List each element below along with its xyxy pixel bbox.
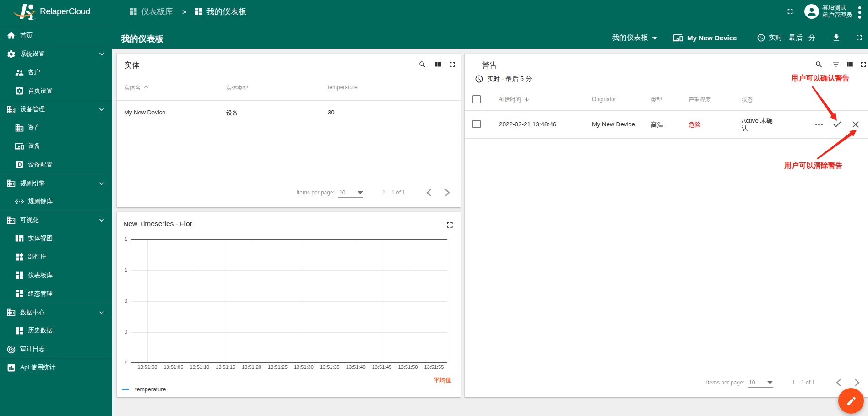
settings-ethernet-icon [15,197,24,206]
domain-icon [15,123,24,133]
chart-legend[interactable]: temperature [122,386,166,393]
breadcrumb: 仪表板库 > 我的仪表板 [129,0,246,23]
y-tick-label: 0 [114,329,127,335]
sidebar: RelaperCloud 首页系统设置客户首页设置设备管理资产设备设备配置规则引… [0,0,112,416]
sidebar-item-label: 仪表板库 [28,271,53,280]
flot-chart [131,239,447,363]
sidebar-item-16[interactable]: 历史数据 [0,321,112,340]
cell-created-time[interactable]: 2022-02-21 13:48:46 [499,121,556,128]
search-icon[interactable] [418,60,427,69]
sidebar-nav: 首页系统设置客户首页设置设备管理资产设备设备配置规则引擎规则链库可视化实体视图部… [0,27,112,378]
sidebar-item-13[interactable]: 仪表板库 [0,266,112,284]
sidebar-item-17[interactable]: 审计日志 [0,340,112,358]
logo[interactable]: RelaperCloud [0,0,112,26]
dashboard-state-select[interactable]: 我的仪表板 [612,32,659,43]
domain-icon [6,216,16,225]
fullscreen-icon[interactable] [859,60,868,69]
pencil-icon [846,395,857,407]
select-all-checkbox[interactable] [472,95,481,103]
alarms-timewindow[interactable]: 实时 - 最后 5 分 [475,75,532,83]
entity-filter-chip[interactable]: My New Device [673,32,737,43]
page-range-label: 1 – 1 of 1 [382,189,405,196]
devices-other-icon [15,141,24,151]
page-size-select[interactable]: 10 [338,188,363,198]
alpha-d-box-icon [15,160,24,169]
column-header-status[interactable]: 状态 [742,96,753,104]
row-checkbox[interactable] [472,120,481,128]
cell-originator[interactable]: My New Device [592,121,635,128]
more-vert-icon[interactable] [855,5,864,20]
prev-page-button[interactable] [423,187,434,198]
caret-down-icon [765,377,776,388]
sidebar-item-14[interactable]: 组态管理 [0,285,112,303]
column-header-severity[interactable]: 严重程度 [689,96,711,104]
sidebar-item-18[interactable]: Api 使用统计 [0,358,112,377]
track-changes-icon [6,345,16,354]
search-icon[interactable] [815,60,823,69]
timewindow-button[interactable]: 实时 - 最后 - 分 [757,33,815,42]
timeseries-widget: New Timeseries - Flot 1100-1 13:51:0013:… [117,212,461,397]
y-tick-label: 1 [114,267,127,273]
cell-entity-name[interactable]: My New Device [124,109,165,116]
cell-status[interactable]: Active 未确认 [742,117,778,132]
sidebar-item-15[interactable]: 数据中心 [0,303,112,321]
sidebar-item-9[interactable]: 规则链库 [0,192,112,211]
sidebar-item-12[interactable]: 部件库 [0,248,112,266]
column-header-created-time[interactable]: 创建时间 [499,96,530,104]
sidebar-item-8[interactable]: 规则引擎 [0,174,112,192]
cell-temperature[interactable]: 30 [328,109,334,116]
x-tick-label: 13:51:00 [134,364,161,370]
sidebar-item-4[interactable]: 设备管理 [0,100,112,119]
widget-title: 实体 [124,60,140,70]
dashboard-title: 我的仪表板 [121,27,164,50]
fullscreen-icon[interactable] [445,220,455,230]
sidebar-item-11[interactable]: 实体视图 [0,229,112,248]
chevron-down-icon [97,49,106,59]
next-page-button[interactable] [852,377,863,388]
sidebar-item-3[interactable]: 首页设置 [0,81,112,100]
cell-entity-type[interactable]: 设备 [226,109,238,117]
column-header-temperature[interactable]: temperature [328,84,358,91]
user-info[interactable]: 睿珀测试 租户管理员 [822,4,852,19]
domain-icon [6,105,16,114]
sidebar-item-7[interactable]: 设备配置 [0,156,112,174]
column-header-type[interactable]: 类型 [651,96,662,104]
column-header-entity-type[interactable]: 实体类型 [226,84,248,92]
breadcrumb-item-current[interactable]: 我的仪表板 [194,6,247,17]
filter-icon[interactable] [832,60,840,69]
download-icon[interactable] [832,33,841,42]
caret-down-icon [650,33,659,43]
sidebar-item-5[interactable]: 资产 [0,119,112,137]
cell-type[interactable]: 高温 [651,121,663,129]
page-size-select[interactable]: 10 [748,378,773,388]
edit-dashboard-fab[interactable] [838,388,864,414]
user-role: 租户管理员 [822,11,852,19]
sidebar-item-0[interactable]: 首页 [0,27,112,45]
x-tick-label: 13:51:15 [212,364,239,370]
sidebar-item-2[interactable]: 客户 [0,63,112,81]
breadcrumb-item-dashboards[interactable]: 仪表板库 [129,6,173,17]
column-header-entity-name[interactable]: 实体名 [124,84,149,92]
chevron-down-icon [97,105,106,114]
x-tick-label: 13:51:25 [264,364,292,370]
fullscreen-icon[interactable] [855,33,864,42]
sidebar-item-label: 数据中心 [20,308,45,317]
fullscreen-icon[interactable] [448,60,456,69]
dashboard-icon [129,7,138,16]
x-tick-label: 13:51:55 [420,364,448,370]
prev-page-button[interactable] [833,377,844,388]
avatar[interactable] [804,4,819,19]
fullscreen-icon[interactable] [786,7,794,16]
sidebar-item-1[interactable]: 系统设置 [0,45,112,63]
sidebar-item-10[interactable]: 可视化 [0,211,112,229]
next-page-button[interactable] [442,187,453,198]
sidebar-item-label: 首页设置 [28,87,53,95]
cell-severity[interactable]: 危险 [689,121,701,129]
x-tick-label: 13:51:20 [238,364,266,370]
columns-icon[interactable] [846,60,854,69]
sidebar-item-6[interactable]: 设备 [0,137,112,155]
columns-icon[interactable] [434,60,442,69]
y-tick-label: 1 [114,236,127,242]
column-header-originator[interactable]: Originator [592,96,616,103]
domain-icon [6,308,16,317]
